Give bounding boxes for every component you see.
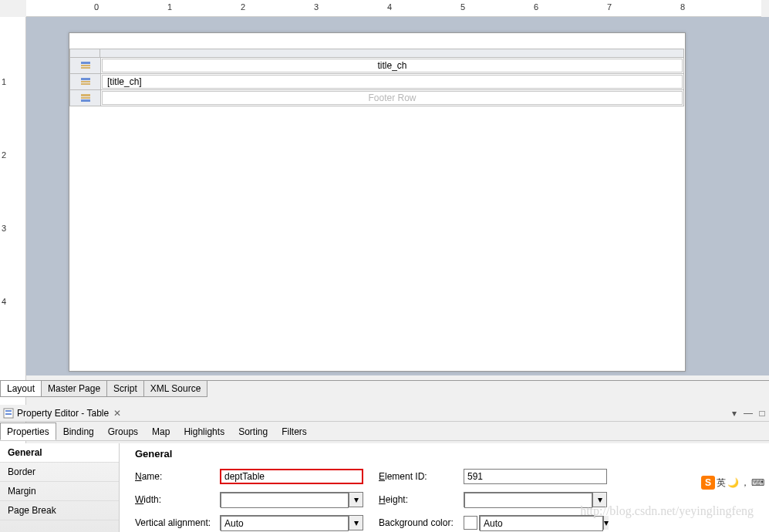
vruler-4: 4 xyxy=(2,297,6,306)
ime-indicator[interactable]: S 英 🌙 ， ⌨ xyxy=(701,476,764,490)
detail-row-handle[interactable] xyxy=(70,74,101,89)
footer-row-handle[interactable] xyxy=(70,90,101,106)
panel-menu-icon[interactable]: ▾ xyxy=(727,408,741,419)
bgcolor-swatch[interactable] xyxy=(464,516,477,530)
property-editor-icon xyxy=(3,408,14,419)
header-cell[interactable]: title_ch xyxy=(102,59,683,72)
table-row-icon xyxy=(80,76,91,87)
valign-dropdown-icon[interactable]: ▾ xyxy=(349,516,363,530)
property-body: General Border Margin Page Break General… xyxy=(0,443,769,532)
ptab-properties-label: Properties xyxy=(7,426,49,437)
name-label: Name: xyxy=(135,471,220,482)
height-label: Height: xyxy=(379,494,464,505)
name-input[interactable] xyxy=(220,469,363,484)
width-input[interactable] xyxy=(221,493,349,508)
cat-page-break[interactable]: Page Break xyxy=(0,501,119,520)
ptab-binding[interactable]: Binding xyxy=(56,423,101,440)
horizontal-ruler: 0 1 2 3 4 5 6 7 8 xyxy=(26,0,761,17)
table-footer-row[interactable]: Footer Row xyxy=(69,89,684,106)
cat-border-label: Border xyxy=(8,466,35,477)
bgcolor-label: Background color: xyxy=(379,517,464,528)
property-main: General Name: Element ID: Width: ▾ Heigh… xyxy=(120,443,769,532)
ruler-tick-0: 0 xyxy=(94,2,99,12)
cat-margin[interactable]: Margin xyxy=(0,482,119,501)
tab-master-page[interactable]: Master Page xyxy=(41,381,107,397)
report-page[interactable]: title_ch [title_ch] Footer Row xyxy=(69,32,686,372)
height-combo[interactable]: ▾ xyxy=(464,492,607,507)
cat-general[interactable]: General xyxy=(0,443,119,463)
table-column-handle[interactable] xyxy=(99,49,684,58)
height-input[interactable] xyxy=(464,493,592,508)
keyboard-icon: ⌨ xyxy=(751,477,764,488)
ptab-sorting[interactable]: Sorting xyxy=(231,423,275,440)
bgcolor-dropdown-icon[interactable]: ▾ xyxy=(603,516,609,530)
ptab-filters-label: Filters xyxy=(282,426,307,437)
height-dropdown-icon[interactable]: ▾ xyxy=(592,493,606,507)
table-detail-row[interactable]: [title_ch] xyxy=(69,73,684,90)
width-combo[interactable]: ▾ xyxy=(220,492,363,507)
table-header-row[interactable]: title_ch xyxy=(69,57,684,74)
table-corner-handle[interactable] xyxy=(69,49,100,58)
table-row-icon xyxy=(80,60,91,71)
cat-page-break-label: Page Break xyxy=(8,505,56,516)
footer-cell-text: Footer Row xyxy=(368,93,416,103)
ruler-tick-7: 7 xyxy=(607,2,612,12)
panel-minimize-icon[interactable]: — xyxy=(741,408,755,419)
svg-rect-2 xyxy=(81,67,90,69)
vruler-3: 3 xyxy=(2,224,6,233)
elementid-input[interactable] xyxy=(464,469,607,484)
comma-icon: ， xyxy=(740,476,750,490)
ruler-tick-2: 2 xyxy=(241,2,245,12)
editor-tab-bar: Layout Master Page Script XML Source xyxy=(0,380,769,397)
ruler-tick-3: 3 xyxy=(314,2,319,12)
valign-combo[interactable]: ▾ xyxy=(220,515,363,530)
bgcolor-input[interactable] xyxy=(480,516,603,531)
vruler-2: 2 xyxy=(2,150,6,160)
ruler-tick-1: 1 xyxy=(167,2,172,12)
detail-cell[interactable]: [title_ch] xyxy=(102,75,683,89)
width-label: Width: xyxy=(135,494,220,505)
bgcolor-combo[interactable]: ▾ xyxy=(479,515,595,530)
ptab-highlights-label: Highlights xyxy=(184,426,224,437)
tab-layout[interactable]: Layout xyxy=(0,381,42,397)
ptab-groups-label: Groups xyxy=(108,426,138,437)
cat-general-label: General xyxy=(8,447,42,458)
ptab-map[interactable]: Map xyxy=(145,423,177,440)
panel-maximize-icon[interactable]: □ xyxy=(755,408,769,419)
report-table[interactable]: title_ch [title_ch] Footer Row xyxy=(69,49,684,106)
svg-rect-6 xyxy=(81,94,90,96)
ruler-tick-8: 8 xyxy=(680,2,685,12)
svg-rect-4 xyxy=(81,81,90,82)
tab-script[interactable]: Script xyxy=(106,381,144,397)
property-sidebar: General Border Margin Page Break xyxy=(0,443,120,532)
tab-script-label: Script xyxy=(113,383,137,394)
svg-rect-1 xyxy=(81,65,90,66)
width-dropdown-icon[interactable]: ▾ xyxy=(349,493,363,507)
ruler-tick-6: 6 xyxy=(534,2,538,12)
close-panel-icon[interactable]: ✕ xyxy=(113,408,121,419)
tab-master-page-label: Master Page xyxy=(48,383,100,394)
ptab-highlights[interactable]: Highlights xyxy=(177,423,231,440)
ptab-map-label: Map xyxy=(152,426,170,437)
header-row-handle[interactable] xyxy=(70,58,101,73)
property-panel-title: Property Editor - Table xyxy=(17,408,109,419)
svg-rect-10 xyxy=(5,410,12,412)
tab-xml-source[interactable]: XML Source xyxy=(143,381,208,397)
svg-rect-3 xyxy=(81,78,90,80)
general-heading: General xyxy=(135,448,754,460)
ptab-filters[interactable]: Filters xyxy=(275,423,314,440)
elementid-label: Element ID: xyxy=(379,471,464,482)
ime-label: 英 xyxy=(717,476,726,490)
detail-cell-text: [title_ch] xyxy=(107,76,142,87)
ptab-properties[interactable]: Properties xyxy=(0,423,56,440)
cat-border[interactable]: Border xyxy=(0,463,119,482)
header-cell-text: title_ch xyxy=(377,60,406,71)
footer-cell[interactable]: Footer Row xyxy=(102,91,683,105)
tab-xml-source-label: XML Source xyxy=(150,383,201,394)
ptab-groups[interactable]: Groups xyxy=(101,423,145,440)
valign-input[interactable] xyxy=(221,516,349,531)
design-canvas[interactable]: title_ch [title_ch] Footer Row xyxy=(26,17,769,375)
ptab-sorting-label: Sorting xyxy=(238,426,268,437)
cat-margin-label: Margin xyxy=(8,486,36,497)
moon-icon: 🌙 xyxy=(727,477,739,488)
